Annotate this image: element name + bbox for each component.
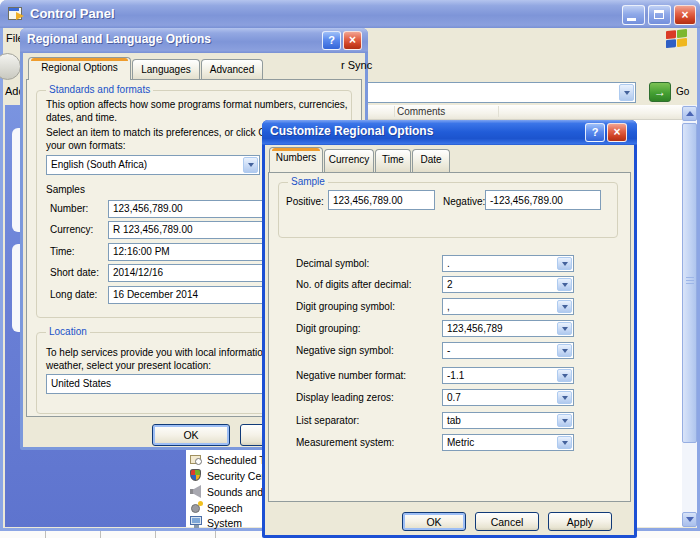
dropdown-arrow-button[interactable] bbox=[557, 391, 572, 404]
ok-button[interactable]: OK bbox=[402, 512, 466, 531]
combo-value: United States bbox=[51, 378, 111, 389]
chevron-down-icon bbox=[562, 396, 568, 400]
negative-sample-field[interactable]: -123,456,789.00 bbox=[485, 190, 601, 210]
tab-languages[interactable]: Languages bbox=[132, 59, 200, 80]
field-value: 123,456,789.00 bbox=[113, 203, 183, 214]
sample-row-label: Short date: bbox=[50, 267, 99, 278]
field-label: Measurement system: bbox=[296, 437, 394, 448]
column-separator bbox=[498, 106, 499, 117]
system-icon bbox=[190, 516, 203, 529]
chevron-down-icon bbox=[248, 163, 254, 167]
dropdown-arrow-button[interactable] bbox=[557, 369, 572, 382]
tab-currency[interactable]: Currency bbox=[324, 149, 374, 172]
tab-label: Date bbox=[420, 154, 441, 165]
combo-value: 0.7 bbox=[447, 392, 461, 403]
list-item-label: Speech bbox=[207, 502, 243, 514]
minimize-icon bbox=[627, 18, 636, 21]
security-center-icon bbox=[190, 469, 201, 481]
field-value: R 123,456,789.00 bbox=[113, 224, 193, 235]
dropdown-arrow-button[interactable] bbox=[557, 300, 572, 313]
vertical-scrollbar[interactable] bbox=[682, 105, 697, 527]
go-arrow-icon: → bbox=[654, 85, 666, 99]
chevron-down-icon bbox=[562, 283, 568, 287]
folder-sync-toolbar-fragment[interactable]: r Sync bbox=[341, 59, 372, 71]
arrow-up-icon bbox=[686, 111, 694, 116]
cancel-button[interactable]: Cancel bbox=[475, 512, 539, 531]
combo-value: , bbox=[447, 301, 450, 312]
chevron-down-icon bbox=[624, 91, 630, 95]
chevron-down-icon bbox=[562, 441, 568, 445]
arrow-down-icon bbox=[686, 517, 694, 522]
language-format-combobox[interactable]: English (South Africa) bbox=[46, 155, 260, 175]
scheduled-tasks-icon bbox=[190, 453, 203, 466]
tab-date[interactable]: Date bbox=[412, 149, 450, 172]
display-leading-zeros-combobox[interactable]: 0.7 bbox=[442, 389, 574, 406]
field-label: Digit grouping: bbox=[296, 323, 360, 334]
combo-value: 123,456,789 bbox=[447, 323, 503, 334]
negative-number-format-combobox[interactable]: -1.1 bbox=[442, 367, 574, 384]
tab-numbers[interactable]: Numbers bbox=[269, 147, 323, 172]
combo-value: . bbox=[447, 258, 450, 269]
digit-grouping-symbol-combobox[interactable]: , bbox=[442, 298, 574, 315]
go-button[interactable]: → bbox=[649, 82, 671, 102]
active-tab-accent bbox=[31, 58, 128, 61]
combo-value: 2 bbox=[447, 279, 453, 290]
combo-value: English (South Africa) bbox=[51, 159, 147, 170]
sample-row-label: Long date: bbox=[50, 289, 97, 300]
close-icon[interactable]: × bbox=[674, 5, 696, 25]
digits-after-decimal-combobox[interactable]: 2 bbox=[442, 276, 574, 293]
ok-button[interactable]: OK bbox=[152, 424, 230, 446]
dialog-title: Customize Regional Options bbox=[270, 124, 433, 138]
decimal-symbol-combobox[interactable]: . bbox=[442, 255, 574, 272]
apply-button[interactable]: Apply bbox=[548, 512, 612, 531]
sample-row-label: Currency: bbox=[50, 224, 93, 235]
tick bbox=[45, 531, 46, 538]
dropdown-arrow-button[interactable] bbox=[557, 257, 572, 270]
dropdown-arrow-button[interactable] bbox=[557, 436, 572, 449]
comments-column-header[interactable]: Comments bbox=[397, 106, 445, 117]
screen: Control Panel × File Address → Go Commen… bbox=[0, 0, 700, 538]
scroll-down-button[interactable] bbox=[682, 512, 697, 527]
group-label: Standards and formats bbox=[46, 84, 153, 95]
maximize-button[interactable] bbox=[648, 5, 671, 25]
close-icon[interactable]: × bbox=[607, 123, 627, 142]
tab-time[interactable]: Time bbox=[375, 149, 411, 172]
field-label: Display leading zeros: bbox=[296, 392, 394, 403]
thumb-grip bbox=[686, 277, 694, 284]
dropdown-arrow-button[interactable] bbox=[557, 414, 572, 427]
tab-advanced[interactable]: Advanced bbox=[201, 59, 263, 80]
dropdown-arrow-button[interactable] bbox=[557, 344, 572, 357]
dropdown-arrow-button[interactable] bbox=[243, 157, 258, 173]
scrollbar-thumb[interactable] bbox=[682, 123, 697, 443]
measurement-system-combobox[interactable]: Metric bbox=[442, 434, 574, 451]
negative-sign-symbol-combobox[interactable]: - bbox=[442, 342, 574, 359]
field-label: Negative number format: bbox=[296, 370, 406, 381]
tab-regional-options[interactable]: Regional Options bbox=[28, 57, 131, 80]
combo-value: Metric bbox=[447, 437, 474, 448]
dropdown-arrow-button[interactable] bbox=[557, 278, 572, 291]
minimize-button[interactable] bbox=[622, 5, 645, 25]
tab-label: Time bbox=[382, 154, 404, 165]
address-dropdown-button[interactable] bbox=[619, 84, 634, 101]
tick bbox=[155, 531, 156, 538]
go-label[interactable]: Go bbox=[676, 86, 689, 97]
tab-label: Languages bbox=[141, 64, 191, 75]
maximize-icon bbox=[654, 10, 664, 19]
help-button[interactable]: ? bbox=[585, 123, 605, 142]
list-separator-combobox[interactable]: tab bbox=[442, 412, 574, 429]
list-item-label: System bbox=[207, 517, 242, 529]
digit-grouping-combobox[interactable]: 123,456,789 bbox=[442, 320, 574, 337]
regional-dialog-titlebar: Regional and Language Options ? × bbox=[20, 28, 368, 53]
scroll-up-button[interactable] bbox=[682, 106, 697, 121]
chevron-down-icon bbox=[562, 262, 568, 266]
speech-icon bbox=[190, 500, 203, 514]
dropdown-arrow-button[interactable] bbox=[557, 322, 572, 335]
customize-dialog-titlebar: Customize Regional Options ? × bbox=[262, 120, 637, 145]
customize-regional-options-dialog: Customize Regional Options ? × Numbers C… bbox=[262, 120, 637, 538]
close-icon[interactable]: × bbox=[343, 31, 362, 50]
tab-label: Regional Options bbox=[41, 62, 118, 73]
field-value: 16 December 2014 bbox=[113, 289, 198, 300]
sample-row-label: Number: bbox=[50, 203, 88, 214]
help-button[interactable]: ? bbox=[322, 31, 341, 50]
positive-sample-field[interactable]: 123,456,789.00 bbox=[328, 190, 435, 210]
